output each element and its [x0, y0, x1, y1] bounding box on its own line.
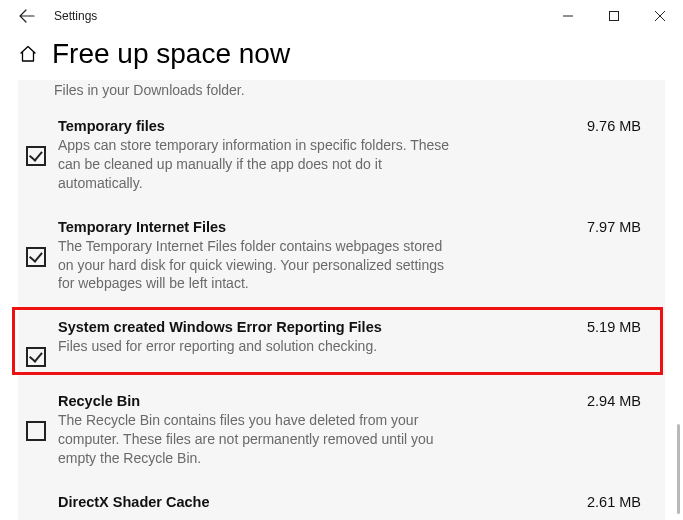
scrollbar-thumb[interactable]: [677, 424, 680, 514]
item-name: Temporary files: [58, 118, 567, 134]
item-size: 2.94 MB: [567, 393, 641, 409]
svg-rect-1: [610, 12, 619, 21]
checkbox[interactable]: [26, 421, 46, 441]
list-item[interactable]: System created Windows Error Reporting F…: [18, 309, 665, 383]
file-categories-list: Files in your Downloads folder. Temporar…: [18, 80, 665, 520]
close-button[interactable]: [637, 0, 683, 32]
checkbox[interactable]: [26, 247, 46, 267]
home-icon[interactable]: [18, 44, 38, 64]
item-name: Temporary Internet Files: [58, 219, 567, 235]
page-title: Free up space now: [52, 38, 290, 70]
item-size: 7.97 MB: [567, 219, 641, 235]
back-arrow-icon[interactable]: [18, 7, 36, 25]
maximize-button[interactable]: [591, 0, 637, 32]
list-item[interactable]: Temporary Internet Files 7.97 MB The Tem…: [18, 209, 665, 310]
list-item[interactable]: Temporary files 9.76 MB Apps can store t…: [18, 108, 665, 209]
list-item[interactable]: DirectX Shader Cache 2.61 MB: [18, 484, 665, 520]
item-size: 5.19 MB: [567, 319, 641, 335]
item-description: Files used for error reporting and solut…: [58, 335, 458, 356]
item-description: The Recycle Bin contains files you have …: [58, 409, 458, 468]
window-controls: [545, 0, 683, 32]
item-description: The Temporary Internet Files folder cont…: [58, 235, 458, 294]
item-size: 9.76 MB: [567, 118, 641, 134]
window-title: Settings: [54, 9, 545, 23]
checkbox[interactable]: [26, 347, 46, 367]
item-size: 2.61 MB: [567, 494, 641, 510]
item-name: System created Windows Error Reporting F…: [58, 319, 567, 335]
page-header: Free up space now: [0, 32, 683, 80]
item-description: Apps can store temporary information in …: [58, 134, 458, 193]
minimize-button[interactable]: [545, 0, 591, 32]
truncated-prev-item: Files in your Downloads folder.: [18, 80, 665, 108]
titlebar: Settings: [0, 0, 683, 32]
scrollbar[interactable]: [675, 174, 680, 514]
list-item[interactable]: Recycle Bin 2.94 MB The Recycle Bin cont…: [18, 383, 665, 484]
checkbox[interactable]: [26, 146, 46, 166]
item-name: Recycle Bin: [58, 393, 567, 409]
item-name: DirectX Shader Cache: [58, 494, 567, 510]
